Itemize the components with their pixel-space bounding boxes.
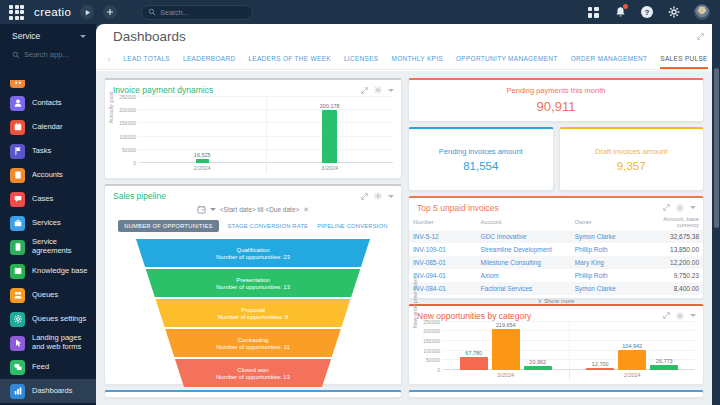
invoice-link[interactable]: Factorial Services <box>477 282 571 295</box>
sidebar-item-queues-settings[interactable]: Queues settings <box>0 307 96 331</box>
expand-icon[interactable] <box>361 87 368 94</box>
sales-pipeline-card: Sales pipeline <Start date <box>104 184 402 385</box>
table-column-header[interactable]: Owner <box>571 213 642 230</box>
table-row[interactable]: INV-084-01Factorial ServicesSymon Clarke… <box>409 282 703 295</box>
invoice-link[interactable]: Phillip Roth <box>571 243 642 256</box>
notifications-bell-icon[interactable] <box>613 5 627 19</box>
expand-icon[interactable] <box>663 204 670 211</box>
settings-gear-icon[interactable] <box>667 5 681 19</box>
add-button[interactable] <box>103 5 117 19</box>
y-tick-label: 100000 <box>423 348 440 354</box>
tab-leaders-of-the-week[interactable]: LEADERS OF THE WEEK <box>248 49 331 69</box>
invoice-link[interactable]: Axiom <box>477 269 571 282</box>
close-icon[interactable]: ✕ <box>303 206 309 214</box>
metric-row: Pending invoices amount 81,554 Draft inv… <box>408 127 704 191</box>
tab-opportunity-management[interactable]: OPPORTUNITY MANAGEMENT <box>456 49 558 69</box>
bar[interactable] <box>618 350 646 370</box>
tab-order-management[interactable]: ORDER MANAGEMENT <box>571 49 648 69</box>
tab-licenses[interactable]: LICENSES <box>344 49 379 69</box>
table-row[interactable]: INV-085-01Milestone ConsultingMary King1… <box>409 256 703 269</box>
sidebar-item-cases[interactable]: Cases <box>0 187 96 211</box>
bar[interactable] <box>322 110 338 163</box>
global-search-input[interactable]: Search... <box>141 5 253 20</box>
invoice-link[interactable]: Symon Clarke <box>571 282 642 295</box>
apps-grid-icon[interactable] <box>586 5 600 19</box>
invoice-link[interactable]: INV-5-12 <box>409 230 477 243</box>
app-launcher-icon[interactable] <box>9 5 24 20</box>
table-row[interactable]: INV-5-12GDC InnovativeSymon Clarke32,675… <box>409 230 703 243</box>
bar[interactable] <box>492 329 520 370</box>
metric-title: Pending invoices amount <box>439 147 523 156</box>
sidebar-item-feed[interactable]: Feed <box>0 355 96 379</box>
gear-icon[interactable] <box>676 204 684 212</box>
gear-icon[interactable] <box>374 86 382 94</box>
tabs-scroll-left-icon[interactable]: ‹ <box>108 56 110 63</box>
sidebar-item-accounts[interactable]: Accounts <box>0 163 96 187</box>
pipeline-tab-number-of-opportunities[interactable]: NUMBER OF OPPORTUNITIES <box>118 220 218 232</box>
book-icon <box>10 264 25 279</box>
tab-lead-totals[interactable]: LEAD TOTALS <box>123 49 170 69</box>
new-opportunities-card: New opportunities by category New enterp… <box>408 304 704 385</box>
sidebar-item-calendar[interactable]: Calendar <box>0 115 96 139</box>
x-tick-label: 3/2024 <box>443 370 569 381</box>
sidebar-item-label: Feed <box>32 363 49 372</box>
funnel-stage-proposal[interactable]: ProposalNumber of opportunities: 8 <box>113 299 393 327</box>
help-icon[interactable]: ? <box>640 5 654 19</box>
funnel-stage-qualification[interactable]: QualificationNumber of opportunities: 23 <box>113 239 393 267</box>
tab-sales-pulse[interactable]: SALES PULSE <box>660 49 707 69</box>
tab-monthly-kpis[interactable]: MONTHLY KPIS <box>392 49 443 69</box>
bar-chart: Actually paid 05000010000015000020000025… <box>139 97 393 174</box>
invoice-link[interactable]: Streamline Development <box>477 243 571 256</box>
funnel-stage-presentation[interactable]: PresentationNumber of opportunities: 13 <box>113 269 393 297</box>
sidebar-item-label: Service agreements <box>32 238 88 255</box>
date-filter[interactable]: <Start date> till <Due date> ✕ <box>105 205 401 214</box>
invoice-link[interactable]: Mary King <box>571 256 642 269</box>
y-tick-label: 50000 <box>426 357 440 363</box>
sidebar-item-knowledge-base[interactable]: Knowledge base <box>0 259 96 283</box>
pipeline-tab-stage-conversion-rate[interactable]: STAGE CONVERSION RATE <box>228 223 309 229</box>
bar-value-label: 67,780 <box>465 350 482 356</box>
process-run-button[interactable] <box>80 5 94 19</box>
invoice-link[interactable]: Milestone Consulting <box>477 256 571 269</box>
user-avatar[interactable] <box>694 4 710 20</box>
table-column-header[interactable]: Account <box>477 213 571 230</box>
gear-icon[interactable] <box>374 192 382 200</box>
table-column-header[interactable]: Amount, base currency <box>641 213 703 230</box>
sidebar-item-contacts[interactable]: Contacts <box>0 91 96 115</box>
sidebar-item-partial[interactable] <box>0 80 96 91</box>
scrollbar-thumb[interactable] <box>714 68 719 228</box>
sidebar-item-services[interactable]: Services <box>0 211 96 235</box>
invoice-link[interactable]: INV-084-01 <box>409 282 477 295</box>
y-tick-label: 50000 <box>122 147 136 153</box>
table-row[interactable]: INV-109-01Streamline DevelopmentPhillip … <box>409 243 703 256</box>
app-search-input[interactable]: Search app... <box>0 46 96 66</box>
expand-icon[interactable] <box>361 193 368 200</box>
gear-icon[interactable] <box>676 312 684 320</box>
sidebar-item-tasks[interactable]: Tasks <box>0 139 96 163</box>
invoice-link[interactable]: Phillip Roth <box>571 269 642 282</box>
invoice-payment-dynamics-card: Invoice payment dynamics Actually paid 0… <box>104 78 402 179</box>
invoice-link[interactable]: INV-085-01 <box>409 256 477 269</box>
invoice-link[interactable]: INV-109-01 <box>409 243 477 256</box>
table-row[interactable]: INV-094-01AxiomPhillip Roth9,750.23 <box>409 269 703 282</box>
invoice-link[interactable]: INV-094-01 <box>409 269 477 282</box>
bar-chart: New enterprise sales 0500001000001500002… <box>443 322 695 381</box>
bar[interactable] <box>460 357 488 370</box>
pipeline-tab-pipeline-conversion[interactable]: PIPELINE CONVERSION <box>317 223 387 229</box>
sidebar-item-dashboards[interactable]: Dashboards <box>0 379 96 403</box>
tab-leaderboard[interactable]: LEADERBOARD <box>183 49 235 69</box>
sidebar-item-queues[interactable]: Queues <box>0 283 96 307</box>
workspace-selector[interactable]: Service <box>0 24 96 46</box>
sidebar-item-service-agreements[interactable]: Service agreements <box>0 235 96 259</box>
invoice-link[interactable]: GDC Innovative <box>477 230 571 243</box>
funnel-stage-contracting[interactable]: ContractingNumber of opportunities: 11 <box>113 329 393 357</box>
sidebar-item-landing-pages-and-web-forms[interactable]: Landing pages and web forms <box>0 331 96 355</box>
invoice-link[interactable]: Symon Clarke <box>571 230 642 243</box>
expand-icon[interactable] <box>663 312 670 319</box>
funnel-stage-count: Number of opportunities: 8 <box>218 314 289 320</box>
table-column-header[interactable]: Number <box>409 213 477 230</box>
bars-icon <box>10 384 25 399</box>
funnel-stage-closed-won[interactable]: Closed wonNumber of opportunities: 13 <box>113 359 393 387</box>
gear-icon <box>10 312 25 327</box>
expand-icon[interactable] <box>697 33 704 40</box>
